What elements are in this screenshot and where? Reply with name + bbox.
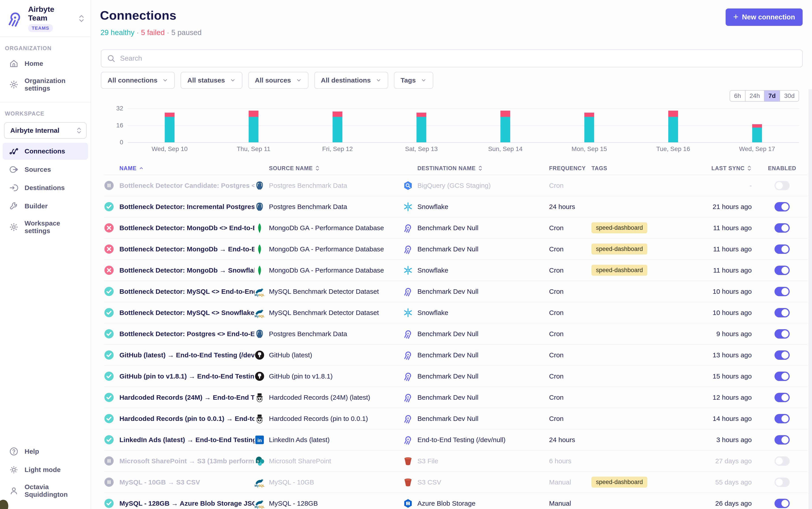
connection-name[interactable]: Bottleneck Detector: MySQL <> End-to-End… [120,288,255,295]
destination-name[interactable]: Benchmark Dev Null [417,394,549,401]
destination-name[interactable]: Benchmark Dev Null [417,415,549,422]
enabled-toggle[interactable] [775,223,790,233]
source-name[interactable]: GitHub (latest) [269,351,403,359]
org-switcher[interactable]: Airbyte Team TEAMS [0,0,91,37]
destination-name[interactable]: S3 CSV [417,478,549,486]
range-option-30d[interactable]: 30d [780,91,799,101]
search-input[interactable] [120,54,797,63]
enabled-toggle[interactable] [775,350,790,360]
table-row[interactable]: Bottleneck Detector: MongoDb → End-to-En… [104,238,808,260]
sidebar-item-sources[interactable]: Sources [3,161,88,178]
destination-name[interactable]: Benchmark Dev Null [417,373,549,380]
table-row[interactable]: Bottleneck Detector: MySQL <> End-to-End… [104,281,808,302]
enabled-toggle[interactable] [775,266,790,275]
connection-name[interactable]: MySQL - 128GB → Azure Blob Storage JSOn … [120,500,255,507]
table-row[interactable]: LinkedIn Ads (latest) → End-to-End Testi… [104,429,808,450]
enabled-toggle[interactable] [775,435,790,445]
source-name[interactable]: MySQL - 128GB [269,500,403,507]
enabled-toggle[interactable] [775,181,790,190]
filter-all-sources[interactable]: All sources [248,72,308,89]
table-row[interactable]: Bottleneck Detector Candidate: Postgres … [104,175,808,196]
table-row[interactable]: GitHub (pin to v1.8.1) → End-to-End Test… [104,365,808,386]
chart-bar[interactable] [668,111,678,142]
source-name[interactable]: Postgres Benchmark Data [269,330,403,338]
connection-name[interactable]: Bottleneck Detector: MongoDb <> End-to-E… [120,224,255,232]
connection-name[interactable]: Bottleneck Detector Candidate: Postgres … [120,182,255,190]
table-row[interactable]: Bottleneck Detector: MongoDb <> End-to-E… [104,217,808,238]
destination-name[interactable]: End-to-End Testing (/dev/null) [417,436,549,444]
sidebar-item-organization-settings[interactable]: Organization settings [3,73,88,96]
destination-name[interactable]: Azure Blob Storage [417,500,549,507]
connection-name[interactable]: GitHub (latest) → End-to-End Testing (/d… [120,351,255,359]
source-name[interactable]: Hardcoded Records (pin to 0.0.1) [269,415,403,422]
table-row[interactable]: MySQL - 10GB → S3 CSV MySQL - 10GB S3 CS… [104,471,808,493]
destination-name[interactable]: Benchmark Dev Null [417,288,549,295]
scrollbar-track[interactable] [808,89,812,509]
source-name[interactable]: MongoDb GA - Performance Database [269,267,403,274]
destination-name[interactable]: BigQuery (GCS Staging) [417,182,549,190]
enabled-toggle[interactable] [775,393,790,402]
source-name[interactable]: Postgres Benchmark Data [269,203,403,210]
sidebar-item-user-menu[interactable]: Octavia Squiddington [3,480,88,502]
column-header-last-sync[interactable]: LAST SYNC [687,165,757,172]
range-option-24h[interactable]: 24h [745,91,764,101]
range-option-6h[interactable]: 6h [730,91,745,101]
destination-name[interactable]: Snowflake [417,309,549,316]
chart-bar[interactable] [165,113,174,142]
source-name[interactable]: Hardcoded Records (24M) (latest) [269,394,403,401]
source-name[interactable]: MongoDb GA - Performance Database [269,224,403,232]
chart-bar[interactable] [500,111,510,142]
source-name[interactable]: LinkedIn Ads (latest) [269,436,403,444]
table-row[interactable]: Hardcoded Records (pin to 0.0.1) → End-t… [104,408,808,429]
range-option-7d[interactable]: 7d [764,91,780,101]
chart-bar[interactable] [752,124,762,142]
source-name[interactable]: MySQL Benchmark Detector Dataset [269,288,403,295]
enabled-toggle[interactable] [775,499,790,508]
destination-name[interactable]: S3 File [417,457,549,465]
source-name[interactable]: MongoDb GA - Performance Database [269,245,403,253]
table-row[interactable]: Bottleneck Detector: MySQL <> Snowflake … [104,302,808,323]
new-connection-button[interactable]: + New connection [726,8,803,26]
source-name[interactable]: Postgres Benchmark Data [269,182,403,190]
connection-name[interactable]: Bottleneck Detector: MongoDb → End-to-En… [120,245,255,253]
chart-bar[interactable] [584,113,594,142]
filter-tags[interactable]: Tags [394,72,433,89]
destination-name[interactable]: Benchmark Dev Null [417,224,549,232]
connection-name[interactable]: MySQL - 10GB → S3 CSV [120,478,255,486]
destination-name[interactable]: Snowflake [417,203,549,210]
workspace-selector[interactable]: Airbyte Internal [4,122,87,139]
enabled-toggle[interactable] [775,329,790,339]
enabled-toggle[interactable] [775,372,790,381]
enabled-toggle[interactable] [775,414,790,423]
connection-name[interactable]: Hardcoded Records (pin to 0.0.1) → End-t… [120,415,255,422]
source-name[interactable]: MySQL Benchmark Detector Dataset [269,309,403,316]
enabled-toggle[interactable] [775,244,790,254]
enabled-toggle[interactable] [775,308,790,317]
connection-name[interactable]: Bottleneck Detector: MySQL <> Snowflake [120,309,255,316]
destination-name[interactable]: Benchmark Dev Null [417,245,549,253]
connection-name[interactable]: Bottleneck Detector: Postgres <> End-to-… [120,330,255,338]
source-name[interactable]: MySQL - 10GB [269,478,403,486]
sidebar-item-destinations[interactable]: Destinations [3,179,88,196]
source-name[interactable]: GitHub (pin to v1.8.1) [269,373,403,380]
table-row[interactable]: Hardcoded Records (24M) → End-to-End Te.… [104,386,808,408]
chart-bar[interactable] [417,113,426,142]
sidebar-item-workspace-settings[interactable]: Workspace settings [3,216,88,238]
table-row[interactable]: Microsoft SharePoint → S3 (13mb performa… [104,450,808,471]
sidebar-item-home[interactable]: Home [3,55,88,72]
enabled-toggle[interactable] [775,478,790,487]
source-name[interactable]: Microsoft SharePoint [269,457,403,465]
column-header-name[interactable]: NAME [120,165,255,172]
sidebar-item-light-mode[interactable]: Light mode [3,461,88,478]
chart-bar[interactable] [249,111,258,142]
enabled-toggle[interactable] [775,287,790,296]
connection-name[interactable]: Bottleneck Detector: MongoDb → Snowflake [120,267,255,274]
chart-bar[interactable] [332,111,343,142]
connection-name[interactable]: Hardcoded Records (24M) → End-to-End Te.… [120,394,255,401]
sidebar-item-connections[interactable]: Connections [3,143,88,160]
filter-all-statuses[interactable]: All statuses [181,72,242,89]
enabled-toggle[interactable] [775,456,790,466]
column-header-destination-name[interactable]: DESTINATION NAME [417,165,549,172]
connection-name[interactable]: LinkedIn Ads (latest) → End-to-End Testi… [120,436,255,444]
connection-name[interactable]: Bottleneck Detector: Incremental Postgre… [120,203,255,210]
